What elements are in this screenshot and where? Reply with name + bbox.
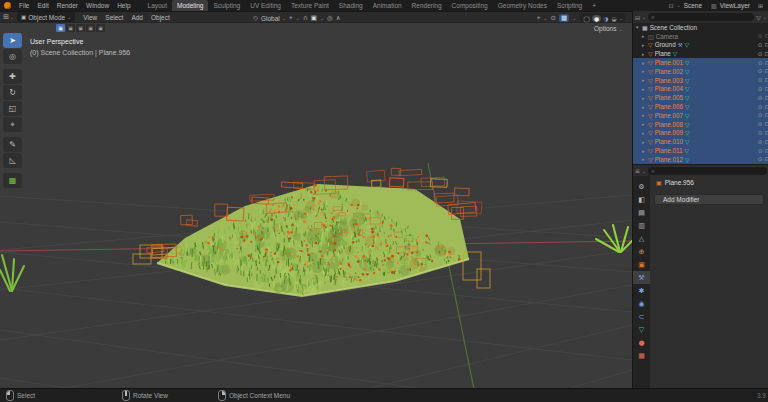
hide-eye-icon[interactable]: ⊙ — [758, 77, 763, 83]
disable-render-icon[interactable]: ⊡ — [764, 68, 768, 74]
view-layer-name[interactable]: ViewLayer — [720, 0, 750, 11]
disable-render-icon[interactable]: ⊡ — [764, 42, 768, 48]
tool-cursor[interactable]: ◎ — [3, 49, 22, 64]
pivot-caret[interactable]: ⌄ — [296, 15, 300, 21]
outliner-display-caret[interactable]: ⌄ — [642, 14, 646, 20]
workspace-tab-scripting[interactable]: Scripting — [552, 0, 587, 11]
workspace-tab-animation[interactable]: Animation — [368, 0, 407, 11]
snap-magnet-icon[interactable]: ∩ — [303, 14, 308, 22]
select-mode-subtract[interactable]: ▣ — [76, 24, 85, 32]
expand-caret-icon[interactable]: ▸ — [642, 112, 646, 118]
properties-editor-icon[interactable]: ≡ — [635, 167, 640, 174]
blender-logo-icon[interactable] — [4, 2, 11, 9]
xray-toggle-icon[interactable]: ▩ — [559, 14, 569, 22]
hide-eye-icon[interactable]: ⊙ — [758, 156, 763, 162]
view-layer-icon[interactable]: ▥ — [711, 0, 717, 11]
properties-editor-caret[interactable]: ⌄ — [642, 168, 646, 174]
overlays-icon[interactable]: ⊙ — [551, 14, 556, 22]
expand-caret-icon[interactable]: ▸ — [642, 130, 646, 136]
outliner-row-plane-001[interactable]: ▸▽Plane.001▽⊙⊡ — [633, 58, 768, 67]
expand-caret-icon[interactable]: ▸ — [642, 77, 646, 83]
menu-edit[interactable]: Edit — [33, 2, 52, 9]
mode-dropdown[interactable]: ▣ Object Mode ⌄ — [17, 12, 75, 22]
expand-caret-icon[interactable]: ▸ — [642, 60, 646, 66]
workspace-tab-rendering[interactable]: Rendering — [407, 0, 447, 11]
outliner-row-plane-006[interactable]: ▸▽Plane.006▽⊙⊡ — [633, 102, 768, 111]
workspace-tab-texture-paint[interactable]: Texture Paint — [286, 0, 334, 11]
disable-render-icon[interactable]: ⊡ — [764, 60, 768, 66]
hide-eye-icon[interactable]: ⊙ — [758, 33, 763, 39]
hide-eye-icon[interactable]: ⊙ — [758, 86, 763, 92]
viewport-menu-select[interactable]: Select — [101, 14, 127, 21]
disable-render-icon[interactable]: ⊡ — [764, 51, 768, 57]
hide-eye-icon[interactable]: ⊙ — [758, 60, 763, 66]
expand-caret-icon[interactable]: ▸ — [642, 68, 646, 74]
shading-material-icon[interactable]: ◑ — [602, 15, 609, 22]
properties-tab-object[interactable]: ▣ — [633, 258, 650, 271]
hide-eye-icon[interactable]: ⊙ — [758, 104, 763, 110]
outliner-row-plane-010[interactable]: ▸▽Plane.010▽⊙⊡ — [633, 137, 768, 146]
disable-render-icon[interactable]: ⊡ — [764, 77, 768, 83]
outliner-filter-caret[interactable]: ⌄ — [763, 14, 767, 20]
viewport-menu-view[interactable]: View — [79, 14, 101, 21]
hide-eye-icon[interactable]: ⊙ — [758, 130, 763, 136]
properties-tab-particles[interactable]: ✱ — [633, 284, 650, 297]
outliner-row-camera[interactable]: ▸◫Camera⊙⊡ — [633, 32, 768, 41]
editor-type-button[interactable]: ⊞ ⌄ — [3, 13, 14, 21]
tool-transform[interactable]: ⌖ — [3, 117, 22, 132]
properties-tab-render[interactable]: ◧ — [633, 193, 650, 206]
properties-tab-material[interactable]: ● — [633, 336, 650, 349]
disable-render-icon[interactable]: ⊡ — [764, 112, 768, 118]
properties-tab-physics[interactable]: ◉ — [633, 297, 650, 310]
workspace-tab-geometry-nodes[interactable]: Geometry Nodes — [493, 0, 552, 11]
outliner-row-plane-005[interactable]: ▸▽Plane.005▽⊙⊡ — [633, 93, 768, 102]
snap-caret[interactable]: ⌄ — [320, 15, 324, 21]
workspace-tab-compositing[interactable]: Compositing — [447, 0, 493, 11]
tool-select-box[interactable]: ➤ — [3, 33, 22, 48]
expand-caret-icon[interactable]: ▸ — [642, 139, 646, 145]
menu-window[interactable]: Window — [82, 2, 113, 9]
outliner-row-plane-002[interactable]: ▸▽Plane.002▽⊙⊡ — [633, 67, 768, 76]
properties-search-input[interactable]: ⌕ — [648, 167, 767, 175]
properties-tab-data[interactable]: ▽ — [633, 323, 650, 336]
outliner-row-plane-004[interactable]: ▸▽Plane.004▽⊙⊡ — [633, 85, 768, 94]
properties-tab-scene[interactable]: △ — [633, 232, 650, 245]
expand-caret-icon[interactable]: ▸ — [642, 104, 646, 110]
shading-wireframe-icon[interactable]: ◯ — [582, 15, 591, 22]
hide-eye-icon[interactable]: ⊙ — [758, 68, 763, 74]
tool-scale[interactable]: ◱ — [3, 101, 22, 116]
disable-render-icon[interactable]: ⊡ — [764, 148, 768, 154]
scene-datablock-icon[interactable]: ⊡ — [668, 0, 673, 11]
gizmo-icon[interactable]: ⌖ — [537, 14, 541, 22]
outliner-row-ground[interactable]: ▸▽Ground⚒▽⊙⊡ — [633, 41, 768, 50]
workspace-tab-modeling[interactable]: Modeling — [172, 0, 208, 11]
disable-render-icon[interactable]: ⊡ — [764, 86, 768, 92]
outliner-search-input[interactable]: ⌕ — [648, 13, 754, 21]
shading-solid-icon[interactable]: ● — [592, 15, 601, 22]
new-view-layer-icon[interactable]: ⊞ — [758, 0, 763, 11]
viewport-3d-scene[interactable] — [0, 23, 632, 389]
snap-target-icon[interactable]: ▣ — [311, 14, 317, 22]
select-mode-set[interactable]: ▣ — [56, 24, 65, 32]
hide-eye-icon[interactable]: ⊙ — [758, 148, 763, 154]
workspace-tab-layout[interactable]: Layout — [143, 0, 173, 11]
orientation-dropdown[interactable]: Global ⌄ — [261, 15, 286, 22]
properties-tab-texture[interactable]: ▦ — [633, 349, 650, 362]
outliner-filter-icon[interactable]: ▽ — [756, 14, 761, 21]
shading-rendered-icon[interactable]: ◒ — [611, 15, 618, 22]
disable-render-icon[interactable]: ⊡ — [764, 156, 768, 162]
workspace-tab-sculpting[interactable]: Sculpting — [208, 0, 245, 11]
viewport-menu-object[interactable]: Object — [147, 14, 174, 21]
menu-help[interactable]: Help — [113, 2, 134, 9]
disable-render-icon[interactable]: ⊡ — [764, 104, 768, 110]
disable-render-icon[interactable]: ⊡ — [764, 130, 768, 136]
disable-render-icon[interactable]: ⊡ — [764, 121, 768, 127]
expand-caret-icon[interactable]: ▸ — [642, 33, 646, 39]
outliner-display-mode-icon[interactable]: ⊟ — [635, 14, 640, 21]
menu-render[interactable]: Render — [53, 2, 82, 9]
expand-caret-icon[interactable]: ▸ — [642, 86, 646, 92]
viewport-menu-add[interactable]: Add — [127, 14, 147, 21]
properties-tab-tool[interactable]: ⚙ — [633, 180, 650, 193]
hide-eye-icon[interactable]: ⊙ — [758, 51, 763, 57]
disable-render-icon[interactable]: ⊡ — [764, 139, 768, 145]
